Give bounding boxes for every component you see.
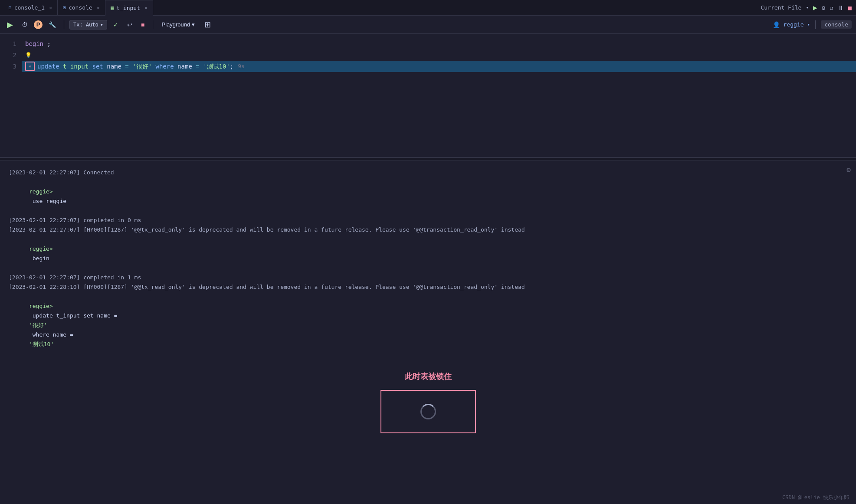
- current-file-chevron[interactable]: ▾: [806, 5, 809, 10]
- term-line-2: reggie> use reggie: [9, 177, 847, 216]
- terminal-gear-icon[interactable]: ⚙: [846, 165, 851, 175]
- line-numbers: 1 2 3: [0, 34, 22, 157]
- terminal-area: ⚙ [2023-02-01 22:27:07] Connected reggie…: [0, 161, 856, 440]
- lightbulb-icon: 💡: [25, 49, 32, 61]
- executing-indicator: ✳: [25, 62, 35, 71]
- console-icon-2: ⊡: [63, 5, 66, 10]
- terminal-container: ⚙ [2023-02-01 22:27:07] Connected reggie…: [0, 161, 856, 440]
- lock-message: 此时表被锁住: [9, 372, 847, 381]
- toolbar: ▶ ⏱ P 🔧 Tx: Auto ▾ ✓ ↩ ■ Playground ▾ ⊞ …: [0, 16, 856, 34]
- term-line-7: [2023-02-01 22:28:10] [HY000][1287] '@@t…: [9, 282, 847, 292]
- footer: CSDN @Leslie 快乐少年郎: [782, 494, 849, 501]
- tx-chevron: ▾: [100, 22, 103, 28]
- stop-top-icon[interactable]: ■: [848, 4, 852, 11]
- tab-t-input[interactable]: ▦ t_input ✕: [105, 0, 153, 16]
- editor-content[interactable]: begin ; 💡 ✳ update t_input set name = '很…: [22, 34, 856, 157]
- term-line-5: reggie> begin: [9, 235, 847, 273]
- user-chevron[interactable]: ▾: [807, 22, 810, 27]
- keyword-begin: begin: [25, 38, 43, 49]
- tab-close-t-input[interactable]: ✕: [144, 5, 148, 11]
- tx-auto-dropdown[interactable]: Tx: Auto ▾: [69, 20, 107, 29]
- term-line-3: [2023-02-01 22:27:07] completed in 0 ms: [9, 216, 847, 225]
- code-line-1: begin ;: [22, 38, 856, 49]
- tab-bar: ⊡ console_1 ✕ ⊡ console ✕ ▦ t_input ✕ Cu…: [0, 0, 856, 16]
- col-name-2: name: [177, 61, 192, 72]
- playground-label: Playground: [162, 21, 190, 28]
- loading-spinner: [420, 404, 436, 419]
- toolbar-divider-3: [815, 20, 816, 29]
- keyword-update: update: [37, 61, 59, 72]
- check-button[interactable]: ✓: [111, 20, 121, 30]
- tab-close-console[interactable]: ✕: [97, 5, 100, 11]
- user-label[interactable]: reggie: [784, 21, 804, 28]
- undo-button[interactable]: ↩: [125, 20, 135, 30]
- current-file-label: Current File: [761, 4, 802, 11]
- timing-display: 9s: [238, 61, 245, 72]
- str-val-2: '测试10': [203, 61, 230, 72]
- wrench-button[interactable]: 🔧: [46, 20, 59, 30]
- profile-button[interactable]: P: [34, 20, 43, 29]
- code-line-2: 💡: [22, 49, 856, 61]
- toolbar-divider-1: [64, 20, 64, 29]
- col-name: name: [107, 61, 121, 72]
- tx-auto-label: Tx: Auto: [73, 22, 98, 28]
- keyword-where: where: [156, 61, 174, 72]
- term-line-6: [2023-02-01 22:27:07] completed in 1 ms: [9, 273, 847, 282]
- playground-button[interactable]: Playground ▾: [158, 20, 199, 29]
- table-name: t_input: [63, 61, 89, 72]
- str-val-1: '很好': [132, 61, 152, 72]
- term-line-8: reggie> update t_input set name = '很好' w…: [9, 292, 847, 359]
- editor-area: 1 2 3 begin ; 💡 ✳ update t_input set nam…: [0, 34, 856, 157]
- pause-top-icon[interactable]: ⏸: [838, 4, 844, 11]
- user-icon: 👤: [773, 21, 780, 28]
- scroll-divider: [0, 157, 856, 161]
- table-icon: ▦: [111, 5, 114, 11]
- settings-top-icon[interactable]: ⚙: [822, 4, 825, 11]
- footer-text: CSDN @Leslie 快乐少年郎: [782, 494, 849, 501]
- term-line-1: [2023-02-01 22:27:07] Connected: [9, 168, 847, 177]
- run-button[interactable]: ▶: [4, 18, 16, 31]
- tab-console-1[interactable]: ⊡ console_1 ✕: [3, 0, 58, 16]
- code-line-3: ✳ update t_input set name = '很好' where n…: [22, 61, 856, 72]
- playground-chevron: ▾: [192, 21, 195, 28]
- tab-console[interactable]: ⊡ console ✕: [58, 0, 105, 16]
- console-icon: ⊡: [9, 5, 12, 10]
- toolbar-divider-2: [153, 20, 153, 29]
- tab-close-console-1[interactable]: ✕: [49, 5, 52, 11]
- console-label[interactable]: console: [821, 20, 852, 29]
- timer-button[interactable]: ⏱: [19, 20, 30, 30]
- grid-button[interactable]: ⊞: [202, 18, 213, 31]
- reload-top-icon[interactable]: ↺: [830, 4, 833, 11]
- keyword-set: set: [92, 61, 103, 72]
- term-line-4: [2023-02-01 22:27:07] [HY000][1287] '@@t…: [9, 225, 847, 235]
- spinner-box: [380, 390, 476, 433]
- stop-button[interactable]: ■: [138, 20, 147, 30]
- run-icon-top[interactable]: ▶: [813, 3, 817, 12]
- spinner-box-wrapper: [9, 390, 847, 433]
